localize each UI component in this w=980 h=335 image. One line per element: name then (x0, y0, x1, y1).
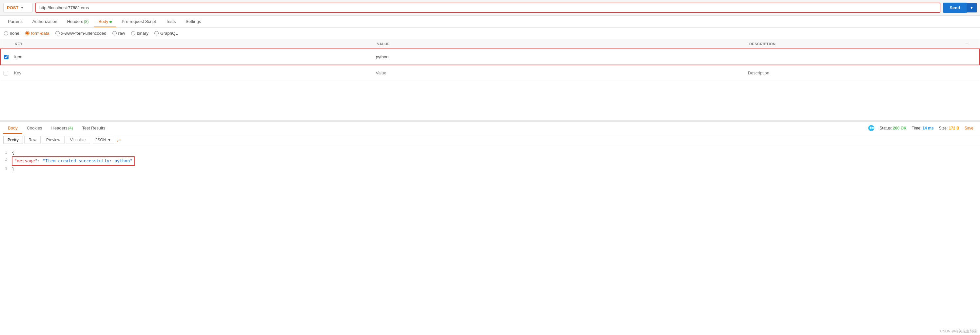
row-checkbox-empty[interactable] (3, 71, 8, 75)
body-dot (110, 21, 112, 23)
tab-response-headers[interactable]: Headers(4) (47, 122, 78, 134)
headers-badge: (8) (84, 19, 89, 24)
size-label: Size: 172 B (939, 126, 959, 131)
time-value: 14 ms (923, 126, 934, 131)
send-dropdown-button[interactable]: ▼ (967, 3, 977, 13)
line-num-2: 2 (0, 156, 12, 163)
key-checkbox-cell-empty (0, 65, 372, 81)
url-bar[interactable] (35, 3, 940, 13)
fmt-raw-button[interactable]: Raw (24, 136, 41, 144)
fmt-preview-button[interactable]: Preview (42, 136, 65, 144)
code-line-2: 2 "message": "Item created successfully:… (0, 156, 980, 166)
time-label: Time: 14 ms (912, 126, 934, 131)
send-button[interactable]: Send (943, 3, 967, 13)
radio-raw[interactable]: raw (113, 31, 125, 36)
method-select[interactable]: POST ▼ (3, 3, 33, 13)
code-string-value: "Item created successfully: python" (43, 158, 132, 163)
desc-cell-placeholder (745, 65, 960, 81)
fmt-pretty-button[interactable]: Pretty (3, 136, 23, 144)
method-label: POST (7, 5, 18, 10)
response-tab-nav: Body Cookies Headers(4) Test Results 🌐 S… (0, 122, 980, 134)
tab-authorization[interactable]: Authorization (28, 16, 62, 27)
fmt-visualize-button[interactable]: Visualize (66, 136, 90, 144)
col-value-header: VALUE (372, 39, 745, 49)
more-cell-empty (960, 65, 980, 81)
code-brace-close: } (12, 166, 980, 173)
col-more-header: ··· (960, 39, 980, 49)
json-format-dropdown[interactable]: JSON ▼ (93, 136, 115, 144)
request-tab-nav: Params Authorization Headers(8) Body Pre… (0, 16, 980, 27)
tab-prerequest[interactable]: Pre-request Script (117, 16, 161, 27)
radio-form-data[interactable]: form-data (25, 31, 49, 36)
desc-input-placeholder[interactable] (745, 68, 960, 78)
table-row (0, 49, 980, 65)
body-type-row: none form-data x-www-form-urlencoded raw… (0, 27, 980, 39)
send-btn-group: Send ▼ (943, 3, 977, 13)
status-label: Status: 200 OK (880, 126, 907, 131)
key-input[interactable] (11, 52, 369, 62)
tab-resp-headers-label: Headers (51, 126, 67, 131)
key-checkbox-cell (1, 49, 372, 65)
format-bar: Pretty Raw Preview Visualize JSON ▼ ⇌ (0, 134, 980, 146)
table-row (0, 65, 980, 81)
tab-headers-label: Headers (67, 19, 83, 24)
tab-cookies[interactable]: Cookies (22, 122, 47, 134)
radio-binary[interactable]: binary (131, 31, 148, 36)
key-cell (0, 49, 372, 65)
url-input[interactable] (39, 5, 936, 10)
code-colon: : (37, 158, 43, 163)
code-line-3: 3 } (0, 166, 980, 173)
row-checkbox[interactable] (4, 55, 8, 59)
line-num-1: 1 (0, 150, 12, 156)
tab-settings[interactable]: Settings (181, 16, 205, 27)
wrap-icon[interactable]: ⇌ (117, 137, 121, 143)
response-code-view: 1 { 2 "message": "Item created successfu… (0, 146, 980, 176)
radio-urlencoded[interactable]: x-www-form-urlencoded (56, 31, 107, 36)
code-brace-open: { (12, 150, 980, 156)
table-header-row: KEY VALUE DESCRIPTION ··· (0, 39, 980, 49)
key-input-placeholder[interactable] (11, 68, 369, 78)
tab-tests[interactable]: Tests (161, 16, 180, 27)
tab-test-results[interactable]: Test Results (77, 122, 110, 134)
value-cell-placeholder (372, 65, 745, 81)
col-key-header: KEY (0, 39, 372, 49)
tab-params[interactable]: Params (3, 16, 27, 27)
tab-response-body[interactable]: Body (3, 122, 22, 134)
method-chevron-icon: ▼ (20, 6, 24, 10)
more-cell (960, 49, 980, 65)
key-cell-placeholder (0, 65, 372, 81)
radio-none[interactable]: none (4, 31, 19, 36)
form-data-table: KEY VALUE DESCRIPTION ··· (0, 39, 980, 81)
globe-icon: 🌐 (868, 125, 875, 131)
value-input-placeholder[interactable] (372, 68, 745, 78)
highlighted-response: "message": "Item created successfully: p… (12, 156, 135, 166)
desc-input[interactable] (745, 52, 960, 62)
code-line-1: 1 { (0, 150, 980, 156)
radio-graphql[interactable]: GraphQL (154, 31, 178, 36)
size-value: 172 B (949, 126, 959, 131)
top-bar: POST ▼ Send ▼ (0, 0, 980, 16)
value-input[interactable] (372, 52, 745, 62)
status-value: 200 OK (893, 126, 906, 131)
code-key-message: "message" (14, 158, 37, 163)
dropdown-arrow-icon: ▼ (108, 138, 111, 142)
col-desc-header: DESCRIPTION (745, 39, 960, 49)
json-dropdown-label: JSON (96, 138, 106, 142)
tab-body[interactable]: Body (94, 16, 117, 27)
tab-body-label: Body (99, 19, 108, 24)
resp-headers-badge: (4) (68, 126, 73, 131)
code-line-2-content: "message": "Item created successfully: p… (12, 156, 980, 166)
save-response-button[interactable]: Save (965, 126, 974, 131)
response-meta: 🌐 Status: 200 OK Time: 14 ms Size: 172 B… (868, 125, 977, 131)
tab-headers[interactable]: Headers(8) (63, 16, 94, 27)
line-num-3: 3 (0, 166, 12, 172)
value-cell (372, 49, 745, 65)
desc-cell (745, 49, 960, 65)
